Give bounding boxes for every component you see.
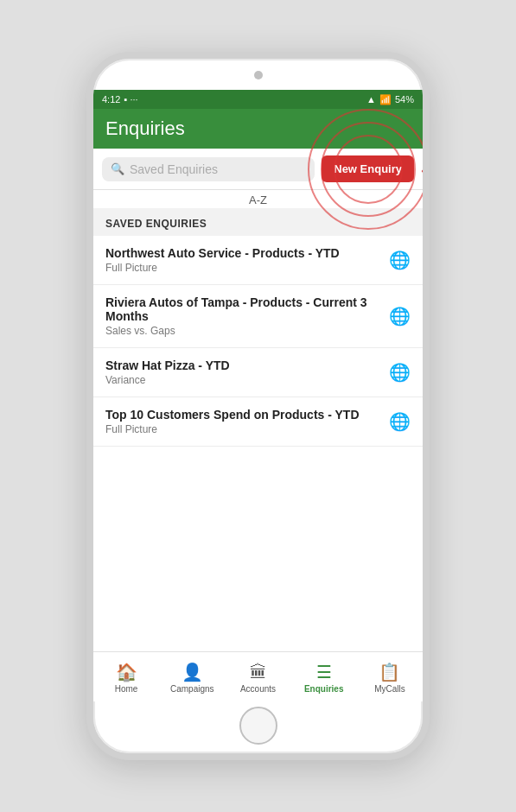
- enquiry-info: Straw Hat Pizza - YTD Variance: [105, 358, 382, 386]
- page-title: Enquiries: [105, 117, 185, 140]
- new-enquiry-button[interactable]: New Enquiry: [322, 155, 414, 182]
- nav-icon-home: 🏠: [116, 662, 137, 682]
- wifi-icon: ▲: [366, 94, 376, 105]
- enquiry-name: Top 10 Customers Spend on Products - YTD: [105, 408, 382, 422]
- globe-icon: 🌐: [389, 250, 411, 270]
- globe-icon: 🌐: [389, 362, 411, 383]
- app-header: Enquiries: [93, 109, 423, 149]
- nav-icon-enquiries: ☰: [316, 662, 332, 682]
- nav-item-campaigns[interactable]: 👤 Campaigns: [159, 662, 225, 694]
- nav-label-accounts: Accounts: [240, 684, 276, 694]
- enquiry-name: Northwest Auto Service - Products - YTD: [105, 246, 382, 260]
- status-time: 4:12: [102, 94, 120, 105]
- nav-item-enquiries[interactable]: ☰ Enquiries: [291, 662, 357, 694]
- nav-label-mycalls: MyCalls: [374, 684, 405, 694]
- enquiry-sub: Sales vs. Gaps: [105, 325, 382, 337]
- enquiry-item[interactable]: Riviera Autos of Tampa - Products - Curr…: [93, 285, 423, 348]
- enquiry-info: Northwest Auto Service - Products - YTD …: [105, 246, 382, 274]
- nav-item-mycalls[interactable]: 📋 MyCalls: [357, 662, 423, 694]
- status-bar: 4:12 ▪ ··· ▲ 📶 54%: [93, 90, 423, 109]
- az-sort-label[interactable]: A-Z: [93, 190, 423, 208]
- bottom-nav: 🏠 Home 👤 Campaigns 🏛 Accounts ☰ Enquirie…: [93, 651, 423, 701]
- enquiry-sub: Variance: [105, 374, 382, 386]
- nav-icon-mycalls: 📋: [379, 662, 400, 682]
- nav-label-campaigns: Campaigns: [170, 684, 214, 694]
- new-enquiry-wrapper: New Enquiry ❮: [322, 155, 414, 182]
- enquiry-name: Straw Hat Pizza - YTD: [105, 358, 382, 372]
- globe-icon: 🌐: [389, 411, 411, 432]
- enquiry-sub: Full Picture: [105, 262, 382, 274]
- device-camera: [254, 71, 263, 79]
- globe-icon: 🌐: [389, 306, 411, 327]
- enquiry-item[interactable]: Straw Hat Pizza - YTD Variance 🌐: [93, 348, 423, 397]
- nav-label-home: Home: [115, 684, 138, 694]
- nav-label-enquiries: Enquiries: [304, 684, 344, 694]
- screen: 4:12 ▪ ··· ▲ 📶 54% Enquiries 🔍 Saved Enq…: [93, 90, 423, 701]
- status-right: ▲ 📶 54%: [366, 94, 414, 105]
- search-new-row: 🔍 Saved Enquiries New Enquiry ❮: [93, 149, 423, 190]
- search-bar[interactable]: 🔍 Saved Enquiries: [102, 157, 315, 181]
- status-icons: ▪ ···: [124, 94, 137, 105]
- enquiry-item[interactable]: Top 10 Customers Spend on Products - YTD…: [93, 397, 423, 447]
- nav-item-home[interactable]: 🏠 Home: [93, 662, 159, 694]
- enquiry-name: Riviera Autos of Tampa - Products - Curr…: [105, 295, 382, 323]
- enquiry-sub: Full Picture: [105, 423, 382, 435]
- battery-status: 54%: [395, 94, 414, 105]
- search-icon: 🔍: [111, 162, 124, 175]
- enquiry-item[interactable]: Northwest Auto Service - Products - YTD …: [93, 236, 423, 285]
- arrow-annotation: ❮: [418, 155, 423, 183]
- status-left: 4:12 ▪ ···: [102, 94, 138, 105]
- section-header: SAVED ENQUIRIES: [93, 208, 423, 236]
- home-button[interactable]: [239, 707, 277, 745]
- nav-item-accounts[interactable]: 🏛 Accounts: [225, 663, 290, 694]
- nav-icon-campaigns: 👤: [182, 662, 203, 682]
- enquiry-list: Northwest Auto Service - Products - YTD …: [93, 236, 423, 651]
- enquiry-info: Riviera Autos of Tampa - Products - Curr…: [105, 295, 382, 337]
- nav-icon-accounts: 🏛: [250, 663, 267, 682]
- search-placeholder: Saved Enquiries: [130, 162, 218, 176]
- section-title: SAVED ENQUIRIES: [105, 218, 207, 230]
- enquiry-info: Top 10 Customers Spend on Products - YTD…: [105, 408, 382, 435]
- device: 4:12 ▪ ··· ▲ 📶 54% Enquiries 🔍 Saved Enq…: [86, 52, 430, 760]
- signal-icon: 📶: [379, 94, 392, 105]
